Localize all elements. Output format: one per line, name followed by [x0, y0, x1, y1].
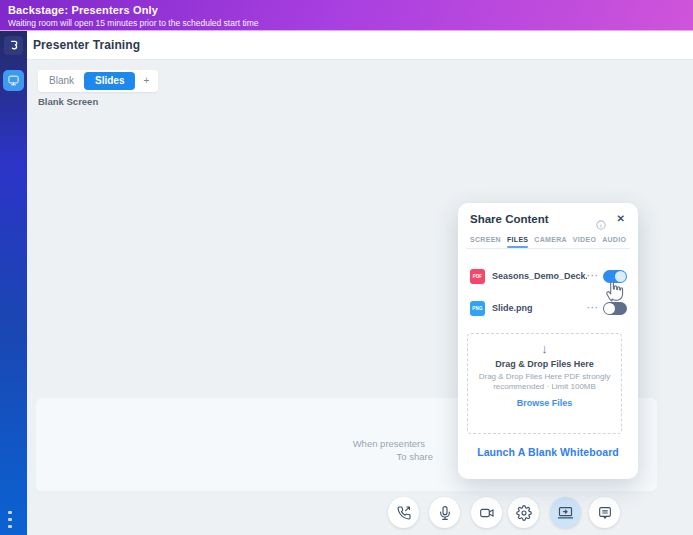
kebab-dot: [8, 518, 12, 522]
blank-screen-label: Blank Screen: [38, 96, 98, 107]
stage-hint-line1: When presenters: [353, 438, 425, 449]
dropzone-title: Drag & Drop Files Here: [468, 359, 621, 369]
page-title: Presenter Training: [33, 38, 140, 52]
cursor-hand-icon: [603, 277, 628, 308]
file-options-icon[interactable]: ···: [587, 273, 599, 279]
sidebar: [0, 31, 27, 535]
add-scene-tab-button[interactable]: +: [136, 70, 156, 92]
notes-button[interactable]: [589, 497, 620, 528]
call-button[interactable]: [388, 497, 419, 528]
modal-title: Share Content: [470, 213, 549, 225]
backstage-banner: Backstage: Presenters Only Waiting room …: [0, 0, 693, 31]
tab-slides[interactable]: Slides: [84, 72, 135, 90]
tab-divider: [466, 248, 630, 249]
info-icon[interactable]: [596, 216, 606, 226]
banner-title: Backstage: Presenters Only: [8, 4, 693, 16]
file-dropzone[interactable]: ↓ Drag & Drop Files Here Drag & Drop Fil…: [467, 333, 622, 434]
dropzone-subtitle-line2: recommended · Limit 100MB: [493, 382, 596, 391]
file-name: Seasons_Demo_Deck...: [492, 271, 587, 281]
logo-b-icon: [7, 39, 20, 52]
sidebar-item-stage[interactable]: [3, 70, 24, 91]
browse-files-link[interactable]: Browse Files: [468, 398, 621, 408]
tab-camera[interactable]: CAMERA: [534, 236, 567, 243]
tab-audio[interactable]: AUDIO: [602, 236, 626, 243]
settings-gear-icon: [516, 505, 532, 521]
screen-share-icon: [557, 504, 574, 521]
sidebar-menu-button[interactable]: [8, 511, 12, 529]
tab-screen[interactable]: SCREEN: [470, 236, 501, 243]
launch-whiteboard-link[interactable]: Launch A Blank Whiteboard: [458, 446, 638, 458]
kebab-dot: [8, 525, 12, 529]
screen-share-button[interactable]: [550, 497, 581, 528]
microphone-button[interactable]: [429, 497, 460, 528]
file-options-icon[interactable]: ···: [587, 305, 599, 311]
dropzone-subtitle: Drag & Drop Files Here PDF strongly reco…: [468, 372, 621, 393]
banner-subtitle: Waiting room will open 15 minutes prior …: [8, 18, 693, 28]
pdf-file-icon: PDF: [470, 269, 485, 284]
tab-files[interactable]: FILES: [507, 236, 528, 243]
file-name: Slide.png: [492, 303, 533, 313]
tab-blank[interactable]: Blank: [40, 70, 83, 92]
arrow-down-icon: ↓: [468, 342, 621, 355]
scene-tab-group: Blank Slides +: [38, 70, 158, 92]
page-header: Presenter Training: [27, 31, 693, 60]
app-window: Backstage: Presenters Only Waiting room …: [0, 0, 693, 535]
tab-video[interactable]: VIDEO: [573, 236, 596, 243]
share-content-modal: Share Content ✕ SCREEN FILES CAMERA VIDE…: [458, 203, 638, 479]
settings-button[interactable]: [508, 497, 539, 528]
dropzone-subtitle-line1: Drag & Drop Files Here PDF strongly: [479, 372, 611, 381]
brandlive-logo: [4, 36, 23, 55]
kebab-dot: [8, 511, 12, 515]
png-file-icon: PNG: [470, 301, 485, 316]
share-tab-bar: SCREEN FILES CAMERA VIDEO AUDIO: [470, 236, 626, 243]
microphone-icon: [437, 505, 453, 521]
camera-icon: [479, 505, 495, 521]
camera-button[interactable]: [471, 497, 502, 528]
monitor-icon: [7, 74, 20, 87]
stage-hint-line2: To share: [397, 451, 433, 462]
phone-call-icon: [396, 505, 412, 521]
close-icon[interactable]: ✕: [617, 213, 625, 224]
info-circle-icon: [596, 220, 606, 230]
notes-chat-icon: [597, 505, 613, 521]
